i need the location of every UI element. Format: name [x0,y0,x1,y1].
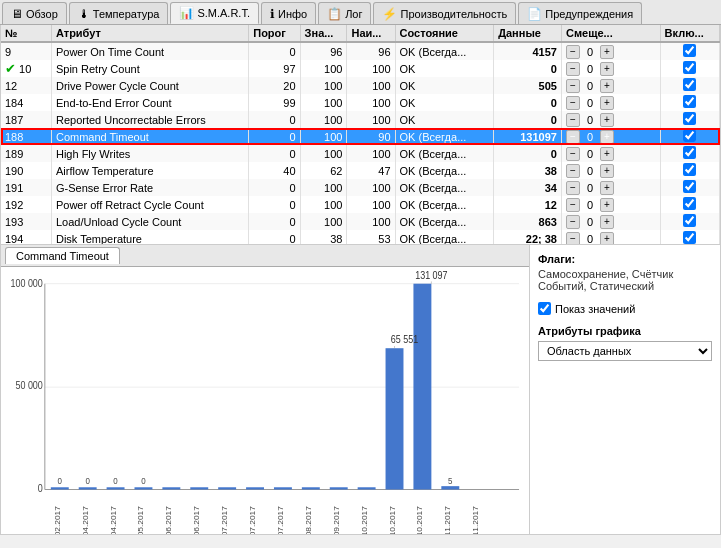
offset-controls: −0+ [566,79,656,93]
offset-plus-button[interactable]: + [600,96,614,110]
offset-value: 0 [582,165,598,177]
cell-value: 100 [300,213,347,230]
offset-minus-button[interactable]: − [566,130,580,144]
enabled-checkbox[interactable] [683,214,696,227]
cell-attr: High Fly Writes [51,145,248,162]
smart-table-container: № Атрибут Порог Зна... Наи... Состояние … [0,25,721,245]
table-row[interactable]: 189High Fly Writes0100100OK (Всегда...0−… [1,145,720,162]
tab-smart[interactable]: 📊 S.M.A.R.T. [170,2,259,24]
table-row[interactable]: 190Airflow Temperature406247OK (Всегда..… [1,162,720,179]
cell-offset: −0+ [561,230,660,245]
offset-plus-button[interactable]: + [600,62,614,76]
cell-enabled [660,230,719,245]
enabled-checkbox[interactable] [683,180,696,193]
enabled-checkbox[interactable] [683,95,696,108]
tab-temperature[interactable]: 🌡 Температура [69,2,169,24]
table-row[interactable]: 193Load/Unload Cycle Count0100100OK (Все… [1,213,720,230]
cell-enabled [660,145,719,162]
enabled-checkbox[interactable] [683,61,696,74]
offset-minus-button[interactable]: − [566,147,580,161]
bar-14 [413,284,431,490]
cell-attr: Disk Temperature [51,230,248,245]
offset-minus-button[interactable]: − [566,198,580,212]
table-row[interactable]: 187Reported Uncorrectable Errors0100100O… [1,111,720,128]
enabled-checkbox[interactable] [683,231,696,244]
enabled-checkbox[interactable] [683,112,696,125]
offset-controls: −0+ [566,198,656,212]
cell-status: OK (Всегда... [395,230,494,245]
table-row[interactable]: 9Power On Time Count09696OK (Всегда...41… [1,42,720,60]
cell-offset: −0+ [561,94,660,111]
cell-status: OK (Всегда... [395,179,494,196]
enabled-checkbox[interactable] [683,146,696,159]
offset-plus-button[interactable]: + [600,181,614,195]
chart-svg: 100 000 50 000 0 [1,267,529,534]
tab-warnings[interactable]: 📄 Предупреждения [518,2,642,24]
bar-9 [274,487,292,489]
offset-plus-button[interactable]: + [600,45,614,59]
cell-data: 863 [494,213,562,230]
table-row[interactable]: ✔ 10Spin Retry Count97100100OK0−0+ [1,60,720,77]
cell-data: 0 [494,94,562,111]
cell-enabled [660,162,719,179]
offset-plus-button[interactable]: + [600,147,614,161]
offset-value: 0 [582,80,598,92]
offset-plus-button[interactable]: + [600,198,614,212]
chart-tab-command-timeout[interactable]: Command Timeout [5,247,120,264]
x-label-10: 08.08.2017 [304,506,312,534]
offset-plus-button[interactable]: + [600,215,614,229]
offset-plus-button[interactable]: + [600,232,614,246]
table-row[interactable]: 188Command Timeout010090OK (Всегда...131… [1,128,720,145]
offset-minus-button[interactable]: − [566,96,580,110]
table-row[interactable]: 194Disk Temperature03853OK (Всегда...22;… [1,230,720,245]
show-values-checkbox[interactable] [538,302,551,315]
tab-performance[interactable]: ⚡ Производительность [373,2,516,24]
enabled-checkbox[interactable] [683,78,696,91]
cell-value: 100 [300,111,347,128]
offset-minus-button[interactable]: − [566,181,580,195]
cell-status: OK (Всегда... [395,162,494,179]
cell-value: 96 [300,42,347,60]
x-label-5: 17.06.2017 [165,506,173,534]
table-row[interactable]: 191G-Sense Error Rate0100100OK (Всегда..… [1,179,720,196]
cell-threshold: 0 [249,179,300,196]
offset-plus-button[interactable]: + [600,164,614,178]
offset-plus-button[interactable]: + [600,130,614,144]
offset-minus-button[interactable]: − [566,45,580,59]
enabled-checkbox[interactable] [683,163,696,176]
enabled-checkbox[interactable] [683,129,696,142]
flags-section: Флаги: Самосохранение, Счётчик Событий, … [538,253,712,292]
offset-minus-button[interactable]: − [566,215,580,229]
x-label-8: 02.07.2017 [248,506,256,534]
attr-graph-title: Атрибуты графика [538,325,712,337]
cell-enabled [660,42,719,60]
cell-data: 4157 [494,42,562,60]
offset-plus-button[interactable]: + [600,79,614,93]
table-row[interactable]: 184End-to-End Error Count99100100OK0−0+ [1,94,720,111]
chart-tab-label: Command Timeout [16,250,109,262]
tab-info[interactable]: ℹ Инфо [261,2,316,24]
cell-data: 0 [494,60,562,77]
enabled-checkbox[interactable] [683,197,696,210]
tab-log[interactable]: 📋 Лог [318,2,371,24]
offset-minus-button[interactable]: − [566,164,580,178]
offset-minus-button[interactable]: − [566,62,580,76]
table-row[interactable]: 12Drive Power Cycle Count20100100OK505−0… [1,77,720,94]
attr-dropdown[interactable]: Область данных [538,341,712,361]
bar-13 [386,348,404,489]
attr-section: Атрибуты графика Область данных [538,325,712,361]
enabled-checkbox[interactable] [683,44,696,57]
offset-plus-button[interactable]: + [600,113,614,127]
offset-minus-button[interactable]: − [566,79,580,93]
offset-minus-button[interactable]: − [566,113,580,127]
table-row[interactable]: 192Power off Retract Cycle Count0100100O… [1,196,720,213]
tab-overview[interactable]: 🖥 Обзор [2,2,67,24]
offset-minus-button[interactable]: − [566,232,580,246]
cell-status: OK (Всегда... [395,145,494,162]
cell-num: 9 [1,42,51,60]
cell-threshold: 0 [249,213,300,230]
col-worst: Наи... [347,25,395,42]
cell-attr: Airflow Temperature [51,162,248,179]
cell-enabled [660,213,719,230]
show-values-label: Показ значений [555,303,635,315]
